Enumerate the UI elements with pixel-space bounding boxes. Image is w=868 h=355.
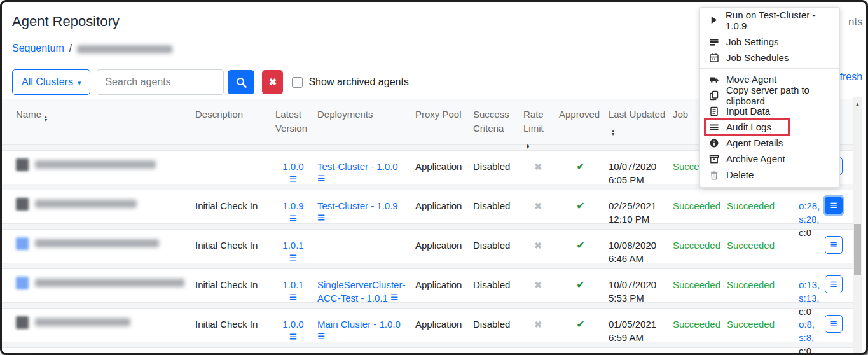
version-menu-icon[interactable]: ≡ — [289, 293, 297, 301]
menu-item-job-settings[interactable]: Job Settings — [700, 34, 839, 50]
menu-item-copy-server-path[interactable]: Copy server path to clipboard — [700, 87, 839, 103]
trash-icon — [709, 170, 719, 180]
last-updated-cell: 10/08/2020 6:46 AM — [609, 230, 673, 265]
agent-icon — [16, 158, 29, 171]
scroll-up-icon[interactable]: ▲ — [853, 97, 862, 108]
row-actions-button[interactable]: ≡ — [825, 315, 843, 333]
menu-item-audit-logs[interactable]: Audit Logs — [700, 119, 839, 135]
menu-item-run-on-cluster[interactable]: Run on Test-Cluster - 1.0.9 — [700, 12, 839, 28]
version-menu-icon[interactable]: ≡ — [289, 333, 297, 340]
archive-icon — [709, 154, 719, 164]
col-header-rate-limit[interactable]: Rate Limit ▴▾ — [523, 99, 559, 150]
list-icon — [709, 37, 719, 47]
chevron-down-icon: ▾ — [78, 79, 81, 87]
col-header-deployments: Deployments — [317, 99, 415, 150]
approved-check-icon: ✔ — [576, 279, 584, 290]
info-icon — [709, 138, 719, 148]
agent-name-redacted[interactable] — [35, 239, 159, 247]
search-button[interactable] — [228, 70, 254, 94]
agent-icon — [16, 277, 29, 289]
show-archived-checkbox[interactable] — [292, 77, 303, 88]
deployment-menu-icon[interactable]: ≡ — [390, 293, 398, 301]
breadcrumb-separator: / — [69, 43, 72, 54]
show-archived-label: Show archived agents — [308, 76, 408, 88]
job-status-cell: Succeeded — [673, 230, 727, 265]
version-link[interactable]: 1.0.1 — [282, 240, 303, 251]
row-actions-button[interactable]: ≡ — [825, 275, 843, 293]
menu-item-agent-details[interactable]: Agent Details — [700, 135, 839, 151]
proxy-pool-cell: Application — [415, 230, 473, 265]
deployment-link[interactable]: Main Cluster - 1.0.0 — [317, 317, 401, 331]
version-menu-icon[interactable]: ≡ — [289, 175, 297, 183]
version-cell: 1.0.0≡ — [275, 151, 317, 186]
clear-search-button[interactable]: ✖ — [262, 70, 283, 94]
rate-limit-disabled-icon: ✖ — [534, 201, 542, 211]
deployment-menu-icon[interactable]: ≡ — [317, 332, 325, 340]
col-header-approved: Approved — [559, 99, 609, 150]
table-row: Initial Check In 1.0.1≡ SingleServerClus… — [2, 269, 853, 302]
truck-icon — [709, 74, 719, 85]
version-link[interactable]: 1.0.9 — [282, 200, 303, 211]
calendar-icon — [709, 53, 719, 63]
counts-links[interactable]: o:28, s:28, — [799, 200, 820, 225]
sort-icon: ▴▾ — [45, 116, 47, 122]
vertical-scrollbar[interactable]: ▲ — [853, 97, 862, 353]
menu-item-job-schedules[interactable]: Job Schedules — [700, 50, 839, 66]
table-row: Initial Check In 1.0.0≡ Main Cluster - 1… — [2, 309, 853, 342]
col-header-latest-version: Latest Version — [275, 99, 317, 150]
approved-check-icon: ✔ — [576, 319, 584, 330]
menu-icon — [709, 122, 719, 132]
rate-limit-disabled-icon: ✖ — [534, 162, 542, 172]
counts-links[interactable]: o:13, s:13, — [799, 279, 820, 303]
rate-limit-disabled-icon: ✖ — [534, 280, 542, 290]
sort-icon: ▴▾ — [612, 130, 614, 136]
deployment-cell: Test-Cluster - 1.0.0≡ — [317, 151, 415, 186]
agent-name-redacted[interactable] — [35, 200, 137, 208]
breadcrumb-root-link[interactable]: Sequentum — [12, 43, 64, 54]
run-status-cell: Succeeded — [727, 230, 799, 265]
cluster-filter-dropdown[interactable]: All Clusters ▾ — [12, 69, 90, 95]
search-input[interactable] — [97, 69, 224, 95]
agent-name-redacted[interactable] — [35, 160, 156, 169]
agent-name-redacted[interactable] — [35, 279, 184, 287]
version-link[interactable]: 1.0.1 — [282, 279, 303, 290]
last-updated-cell: 10/07/2020 6:05 PM — [609, 151, 673, 186]
col-header-last-updated[interactable]: Last Updated▴▾ — [609, 99, 673, 150]
col-header-success-criteria: Success Criteria — [473, 99, 523, 150]
version-link[interactable]: 1.0.0 — [282, 161, 303, 172]
deployment-link[interactable]: Test-Cluster - 1.0.9 — [317, 199, 398, 212]
col-header-proxy-pool: Proxy Pool — [415, 99, 473, 150]
col-header-description: Description — [195, 99, 275, 150]
red-highlight-box: Audit Logs — [704, 118, 790, 136]
approved-check-icon: ✔ — [576, 240, 584, 251]
version-link[interactable]: 1.0.0 — [282, 319, 303, 330]
close-icon: ✖ — [269, 76, 277, 88]
success-criteria-cell: Disabled — [473, 151, 523, 186]
approved-check-icon: ✔ — [576, 161, 584, 172]
menu-item-delete[interactable]: Delete — [700, 167, 839, 183]
counts-cell — [799, 230, 825, 265]
col-header-name[interactable]: Name▴▾ — [16, 99, 195, 150]
rate-limit-disabled-icon: ✖ — [534, 319, 542, 330]
version-menu-icon[interactable]: ≡ — [289, 214, 297, 222]
deployment-menu-icon[interactable]: ≡ — [317, 174, 325, 182]
agent-name-redacted[interactable] — [35, 318, 130, 326]
success-criteria-cell: Disabled — [473, 230, 523, 265]
version-cell: 1.0.1≡ — [275, 230, 317, 265]
version-menu-icon[interactable]: ≡ — [289, 254, 297, 261]
page-title: Agent Repository — [12, 13, 120, 30]
agent-icon — [16, 198, 29, 211]
approved-check-icon: ✔ — [576, 200, 584, 211]
counts-links[interactable]: o:8, s:8, — [799, 319, 815, 343]
deployment-link[interactable]: Test-Cluster - 1.0.0 — [317, 160, 398, 173]
scrollbar-thumb[interactable] — [854, 224, 861, 275]
table-row: Initial Check In 1.0.1≡ Application Disa… — [2, 230, 853, 263]
row-actions-button[interactable]: ≡ — [825, 236, 843, 254]
description-cell — [195, 151, 275, 186]
menu-item-archive-agent[interactable]: Archive Agent — [700, 151, 839, 167]
deployment-cell — [317, 230, 415, 265]
deployment-menu-icon[interactable]: ≡ — [317, 214, 325, 221]
search-icon — [236, 77, 247, 88]
row-actions-button-active[interactable]: ≡ — [825, 197, 843, 214]
description-cell: Initial Check In — [195, 230, 275, 265]
